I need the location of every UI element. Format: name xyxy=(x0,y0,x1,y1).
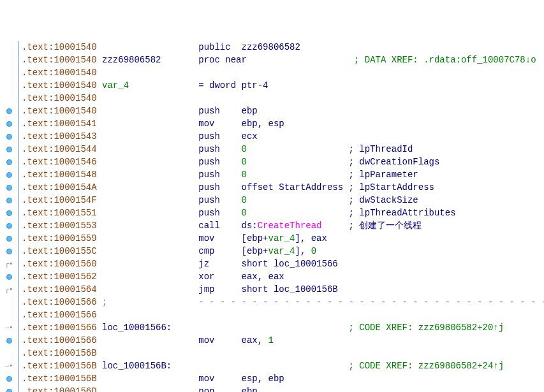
address[interactable]: .text:10001540 xyxy=(22,93,102,103)
operand[interactable]: short loc_10001566 xyxy=(241,259,348,269)
breakpoint-dot-icon[interactable] xyxy=(6,121,12,127)
xref[interactable]: ; CODE XREF: zzz69806582+20↑j xyxy=(349,323,504,333)
address[interactable]: .text:10001540 xyxy=(22,106,102,116)
operand[interactable]: [ebp+var_4], 0 xyxy=(241,246,348,256)
address[interactable]: .text:1000154F xyxy=(22,195,102,205)
address[interactable]: .text:10001553 xyxy=(22,221,102,231)
asm-line[interactable]: .text:10001562 xor eax, eax xyxy=(0,270,544,283)
operand[interactable] xyxy=(247,55,354,65)
asm-content[interactable]: .text:10001566 xyxy=(19,309,349,321)
asm-line[interactable]: .text:10001544 push 0 ; lpThreadId xyxy=(0,143,544,156)
label[interactable] xyxy=(102,272,198,282)
asm-line[interactable]: .text:1000154F push 0 ; dwStackSize xyxy=(0,194,544,207)
operand[interactable]: short loc_1000156B xyxy=(241,284,348,294)
mnemonic[interactable]: proc near xyxy=(198,55,247,65)
operand[interactable] xyxy=(241,93,348,103)
asm-line[interactable]: →•.text:10001566 loc_10001566: ; CODE XR… xyxy=(0,321,544,334)
operand[interactable]: ebp xyxy=(241,386,348,392)
label[interactable] xyxy=(102,335,198,345)
breakpoint-dot-icon[interactable] xyxy=(6,223,12,229)
mnemonic[interactable]: mov xyxy=(198,335,241,345)
mnemonic[interactable]: push xyxy=(198,195,241,205)
operand[interactable]: zzz69806582 xyxy=(241,42,348,52)
asm-line[interactable]: .text:10001559 mov [ebp+var_4], eax xyxy=(0,232,544,245)
address[interactable]: .text:10001540 xyxy=(22,68,102,78)
asm-content[interactable]: .text:1000154A push offset StartAddress … xyxy=(19,181,434,194)
operand[interactable] xyxy=(241,68,348,78)
asm-content[interactable]: .text:10001560 jz short loc_10001566 xyxy=(19,258,349,270)
address[interactable]: .text:10001548 xyxy=(22,170,102,180)
asm-content[interactable]: .text:10001566 ; - - - - - - - - - - - -… xyxy=(19,296,544,309)
label[interactable]: ; xyxy=(102,297,198,307)
asm-content[interactable]: .text:10001540 var_4 = dword ptr-4 xyxy=(19,79,365,92)
operand[interactable]: eax, 1 xyxy=(241,335,348,345)
mnemonic[interactable]: = dword ptr xyxy=(198,80,257,91)
label[interactable] xyxy=(102,348,198,358)
label[interactable]: zzz69806582 xyxy=(102,55,198,65)
operand[interactable]: 0 xyxy=(241,157,348,167)
asm-content[interactable]: .text:10001559 mov [ebp+var_4], eax xyxy=(19,232,349,245)
breakpoint-dot-icon[interactable] xyxy=(6,376,12,382)
asm-content[interactable]: .text:1000156D pop ebp xyxy=(19,385,349,392)
label[interactable] xyxy=(102,259,198,269)
operand[interactable] xyxy=(241,348,348,358)
label[interactable]: loc_1000156B: xyxy=(102,361,198,371)
disassembly-listing[interactable]: .text:10001540 public zzz69806582 .text:… xyxy=(0,41,544,392)
asm-line[interactable]: .text:1000156B mov esp, ebp xyxy=(0,372,544,385)
mnemonic[interactable] xyxy=(198,361,241,371)
label[interactable] xyxy=(102,284,198,294)
label[interactable] xyxy=(102,246,198,256)
asm-content[interactable]: .text:1000156B loc_1000156B: ; CODE XREF… xyxy=(19,359,504,372)
operand[interactable]: ecx xyxy=(241,131,348,142)
address[interactable]: .text:10001540 xyxy=(22,42,102,52)
mnemonic[interactable]: push xyxy=(198,157,241,167)
asm-content[interactable]: .text:1000155C cmp [ebp+var_4], 0 xyxy=(19,245,349,258)
asm-line[interactable]: ┌•.text:10001564 jmp short loc_1000156B xyxy=(0,283,544,296)
operand[interactable]: 0 xyxy=(241,208,348,218)
mnemonic[interactable] xyxy=(198,93,241,103)
asm-line[interactable]: .text:10001541 mov ebp, esp xyxy=(0,117,544,130)
asm-content[interactable]: .text:10001546 push 0 ; dwCreationFlags xyxy=(19,156,439,168)
mnemonic[interactable]: call xyxy=(198,221,241,231)
mnemonic[interactable]: mov xyxy=(198,233,241,243)
mnemonic[interactable]: push xyxy=(198,182,241,192)
asm-content[interactable]: .text:10001543 push ecx xyxy=(19,130,349,143)
operand[interactable]: ds:CreateThread xyxy=(241,221,348,231)
label[interactable] xyxy=(102,68,198,78)
address[interactable]: .text:1000156B xyxy=(22,374,102,384)
mnemonic[interactable]: jmp xyxy=(198,284,241,294)
mnemonic[interactable]: pop xyxy=(198,386,241,392)
mnemonic[interactable]: push xyxy=(198,208,241,218)
address[interactable]: .text:10001551 xyxy=(22,208,102,218)
asm-content[interactable]: .text:10001540 zzz69806582 proc near ; D… xyxy=(19,54,536,66)
asm-content[interactable]: .text:10001551 push 0 ; lpThreadAttribut… xyxy=(19,207,456,219)
address[interactable]: .text:10001543 xyxy=(22,131,102,142)
mnemonic[interactable]: mov xyxy=(198,119,241,129)
label[interactable] xyxy=(102,131,198,142)
asm-line[interactable]: .text:10001553 call ds:CreateThread ; 创建… xyxy=(0,219,544,232)
operand[interactable]: esp, ebp xyxy=(241,374,348,384)
mnemonic[interactable]: push xyxy=(198,131,241,142)
asm-content[interactable]: .text:10001541 mov ebp, esp xyxy=(19,117,349,130)
mnemonic[interactable]: jz xyxy=(198,259,241,269)
address[interactable]: .text:10001566 xyxy=(22,335,102,345)
breakpoint-dot-icon[interactable] xyxy=(6,249,12,254)
operand[interactable] xyxy=(241,310,348,320)
address[interactable]: .text:1000156D xyxy=(22,386,102,392)
label[interactable] xyxy=(102,386,198,392)
label[interactable] xyxy=(102,182,198,192)
mnemonic[interactable]: mov xyxy=(198,374,241,384)
breakpoint-dot-icon[interactable] xyxy=(6,172,12,178)
address[interactable]: .text:1000156B xyxy=(22,361,102,371)
asm-line[interactable]: ┌•.text:10001560 jz short loc_10001566 xyxy=(0,258,544,270)
label[interactable] xyxy=(102,233,198,243)
asm-line[interactable]: .text:10001540 var_4 = dword ptr-4 xyxy=(0,79,544,92)
address[interactable]: .text:10001562 xyxy=(22,272,102,282)
mnemonic[interactable] xyxy=(198,323,241,333)
mnemonic[interactable]: push xyxy=(198,144,241,154)
label[interactable] xyxy=(102,144,198,154)
asm-content[interactable]: .text:10001553 call ds:CreateThread ; 创建… xyxy=(19,219,422,232)
label[interactable] xyxy=(102,310,198,320)
asm-line[interactable]: .text:10001540 push ebp xyxy=(0,105,544,117)
asm-line[interactable]: .text:10001546 push 0 ; dwCreationFlags xyxy=(0,156,544,168)
